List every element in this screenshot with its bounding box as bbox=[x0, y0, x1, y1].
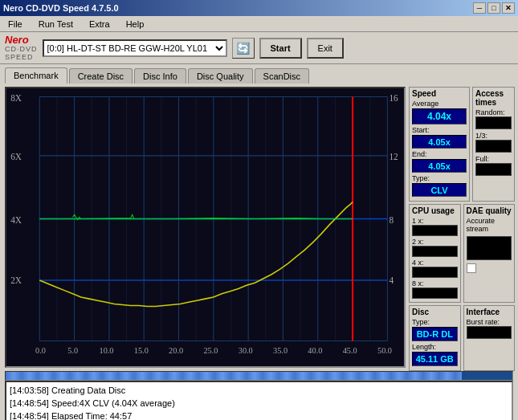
disc-interface-row: Disc Type: BD-R DL Length: 45.11 GB Inte… bbox=[409, 305, 515, 371]
drive-select[interactable]: [0:0] HL-DT-ST BD-RE GGW-H20L YL01 bbox=[43, 39, 227, 57]
speed-access-row: Speed Average 4.04x Start: 4.05x End: 4.… bbox=[409, 87, 515, 202]
svg-text:20.0: 20.0 bbox=[169, 346, 183, 355]
menu-run-test[interactable]: Run Test bbox=[34, 18, 78, 31]
menu-file[interactable]: File bbox=[3, 18, 27, 31]
access-times-title: Access times bbox=[475, 89, 512, 107]
start-label: Start: bbox=[412, 126, 467, 134]
main-content: 8X 6X 4X 2X 16 12 8 4 0.0 5.0 10.0 15.0 … bbox=[0, 84, 518, 371]
svg-text:8X: 8X bbox=[10, 93, 22, 103]
cpu-2x-label: 2 x: bbox=[412, 238, 458, 246]
interface-group: Interface Burst rate: bbox=[463, 305, 516, 371]
toolbar: Nero CD·DVDSPEED [0:0] HL-DT-ST BD-RE GG… bbox=[0, 32, 518, 64]
svg-text:45.0: 45.0 bbox=[343, 346, 357, 355]
disc-length-label: Length: bbox=[412, 343, 458, 351]
title-bar: Nero CD-DVD Speed 4.7.5.0 ─ □ ✕ bbox=[0, 0, 518, 16]
onethird-label: 1/3: bbox=[475, 132, 512, 140]
svg-text:4: 4 bbox=[389, 275, 394, 285]
accurate-stream-label: Accurate stream bbox=[467, 217, 512, 233]
burst-rate-box bbox=[467, 326, 512, 339]
menu-help[interactable]: Help bbox=[121, 18, 149, 31]
log-line-1: [14:03:58] Creating Data Disc bbox=[10, 384, 508, 397]
log-line-2: [14:48:54] Speed:4X CLV (4.04X average) bbox=[10, 397, 508, 410]
exit-button[interactable]: Exit bbox=[307, 38, 344, 59]
chart-area: 8X 6X 4X 2X 16 12 8 4 0.0 5.0 10.0 15.0 … bbox=[5, 87, 406, 368]
end-label: End: bbox=[412, 150, 467, 158]
access-times-group: Access times Random: 1/3: Full: bbox=[472, 87, 515, 202]
cpu-dae-row: CPU usage 1 x: 2 x: 4 x: 8 x: DAE qualit… bbox=[409, 204, 515, 303]
full-value-box bbox=[475, 163, 512, 176]
tab-benchmark[interactable]: Benchmark bbox=[5, 67, 67, 84]
disc-type-label: Type: bbox=[412, 318, 458, 326]
tab-disc-info[interactable]: Disc Info bbox=[134, 68, 186, 84]
speed-group: Speed Average 4.04x Start: 4.05x End: 4.… bbox=[409, 87, 470, 202]
right-panel: Speed Average 4.04x Start: 4.05x End: 4.… bbox=[406, 84, 518, 371]
svg-text:4X: 4X bbox=[10, 215, 22, 225]
accurate-stream-checkbox[interactable] bbox=[467, 263, 476, 273]
disc-group: Disc Type: BD-R DL Length: 45.11 GB bbox=[409, 305, 461, 371]
logo: Nero CD·DVDSPEED bbox=[5, 35, 38, 61]
app-title: Nero CD-DVD Speed 4.7.5.0 bbox=[3, 3, 119, 13]
tab-create-disc[interactable]: Create Disc bbox=[69, 68, 133, 84]
interface-title: Interface bbox=[467, 308, 512, 316]
svg-text:15.0: 15.0 bbox=[134, 346, 149, 355]
menu-bar: File Run Test Extra Help bbox=[0, 16, 518, 32]
dae-quality-bar bbox=[467, 236, 512, 260]
benchmark-chart: 8X 6X 4X 2X 16 12 8 4 0.0 5.0 10.0 15.0 … bbox=[6, 88, 404, 366]
dae-group: DAE quality Accurate stream bbox=[463, 204, 516, 303]
tab-scandisc[interactable]: ScanDisc bbox=[255, 68, 309, 84]
random-value-box bbox=[475, 116, 512, 129]
tabs-bar: Benchmark Create Disc Disc Info Disc Qua… bbox=[0, 64, 518, 84]
dae-title: DAE quality bbox=[467, 206, 512, 215]
disc-type-value: BD-R DL bbox=[412, 327, 458, 341]
svg-text:35.0: 35.0 bbox=[273, 346, 288, 355]
cpu-1x-label: 1 x: bbox=[412, 217, 458, 225]
svg-text:30.0: 30.0 bbox=[239, 346, 253, 355]
svg-text:25.0: 25.0 bbox=[203, 346, 218, 355]
svg-text:2X: 2X bbox=[10, 275, 22, 285]
svg-text:8: 8 bbox=[389, 215, 394, 225]
speed-title: Speed bbox=[412, 89, 467, 98]
log-area[interactable]: [14:03:58] Creating Data Disc [14:48:54]… bbox=[5, 381, 513, 420]
avg-label: Average bbox=[412, 100, 467, 108]
full-label: Full: bbox=[475, 155, 512, 163]
svg-text:12: 12 bbox=[389, 152, 398, 161]
close-button[interactable]: ✕ bbox=[502, 2, 515, 14]
start-value: 4.05x bbox=[412, 135, 467, 149]
type-label: Type: bbox=[412, 174, 467, 182]
cpu-1x-box bbox=[412, 225, 458, 236]
cpu-title: CPU usage bbox=[412, 206, 458, 215]
svg-rect-0 bbox=[6, 88, 404, 366]
cpu-8x-box bbox=[412, 287, 458, 299]
refresh-icon-button[interactable]: 🔄 bbox=[232, 38, 255, 59]
accurate-stream-check bbox=[467, 263, 512, 273]
cpu-4x-box bbox=[412, 267, 458, 278]
onethird-value-box bbox=[475, 140, 512, 153]
svg-text:40.0: 40.0 bbox=[308, 346, 322, 355]
svg-text:10.0: 10.0 bbox=[100, 346, 114, 355]
disc-length-value: 45.11 GB bbox=[412, 352, 458, 366]
end-value: 4.05x bbox=[412, 159, 467, 173]
burst-rate-label: Burst rate: bbox=[467, 318, 512, 326]
cpu-8x-label: 8 x: bbox=[412, 279, 458, 287]
logo-sub: CD·DVDSPEED bbox=[5, 45, 38, 61]
minimize-button[interactable]: ─ bbox=[473, 2, 486, 14]
svg-text:5.0: 5.0 bbox=[67, 346, 78, 355]
type-value: CLV bbox=[412, 183, 467, 197]
svg-text:50.0: 50.0 bbox=[377, 346, 392, 355]
progress-fill bbox=[6, 372, 462, 380]
svg-text:6X: 6X bbox=[10, 152, 22, 161]
title-bar-buttons: ─ □ ✕ bbox=[473, 2, 515, 14]
tab-disc-quality[interactable]: Disc Quality bbox=[188, 68, 253, 84]
menu-extra[interactable]: Extra bbox=[84, 18, 115, 31]
svg-text:0.0: 0.0 bbox=[35, 346, 46, 355]
random-label: Random: bbox=[475, 108, 512, 116]
maximize-button[interactable]: □ bbox=[487, 2, 500, 14]
start-button[interactable]: Start bbox=[259, 38, 302, 59]
disc-title: Disc bbox=[412, 308, 458, 316]
progress-bar-area bbox=[5, 371, 513, 381]
avg-value: 4.04x bbox=[412, 108, 467, 124]
cpu-2x-box bbox=[412, 246, 458, 257]
svg-text:16: 16 bbox=[389, 93, 398, 103]
cpu-4x-label: 4 x: bbox=[412, 259, 458, 267]
logo-nero: Nero bbox=[5, 35, 38, 45]
